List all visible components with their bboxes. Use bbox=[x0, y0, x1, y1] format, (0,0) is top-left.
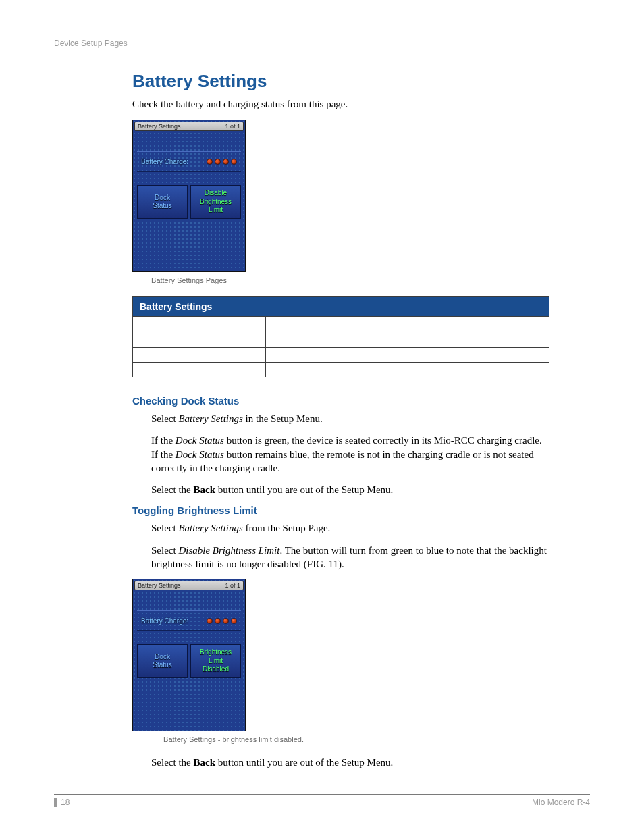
table-row bbox=[133, 317, 549, 348]
page-title: Battery Settings bbox=[132, 71, 549, 92]
device-titlebar: Battery Settings 1 of 1 bbox=[134, 581, 244, 590]
footer-tick-icon bbox=[54, 798, 57, 807]
page-footer: 18 Mio Modero R-4 bbox=[54, 794, 590, 807]
paragraph: Select the Back button until you are out… bbox=[151, 756, 549, 769]
battery-charge-row: Battery Charge: bbox=[137, 610, 241, 631]
titlebar-page: 1 of 1 bbox=[225, 582, 240, 589]
battery-charge-label: Battery Charge: bbox=[141, 617, 188, 625]
dock-status-button[interactable]: Dock Status bbox=[137, 644, 188, 678]
disable-brightness-limit-button[interactable]: Disable Brightness Limit bbox=[190, 185, 241, 219]
titlebar-page: 1 of 1 bbox=[225, 123, 240, 130]
led-icon bbox=[215, 618, 221, 624]
led-icon bbox=[207, 159, 213, 165]
figure-caption: Battery Settings Pages bbox=[132, 272, 246, 294]
led-icon bbox=[223, 618, 229, 624]
figure-battery-settings: Battery Settings 1 of 1 Battery Charge: … bbox=[132, 120, 549, 294]
paragraph: Select the Back button until you are out… bbox=[151, 483, 549, 496]
battery-leds bbox=[207, 618, 237, 624]
device-screen: Battery Settings 1 of 1 Battery Charge: … bbox=[132, 579, 246, 731]
page-number: 18 bbox=[61, 798, 70, 807]
figure-caption: Battery Settings - brightness limit disa… bbox=[132, 731, 335, 753]
battery-charge-label: Battery Charge: bbox=[141, 158, 188, 165]
paragraph: Select Disable Brightness Limit. The but… bbox=[151, 544, 549, 571]
device-screen: Battery Settings 1 of 1 Battery Charge: … bbox=[132, 120, 246, 272]
paragraph: If the Dock Status button is green, the … bbox=[151, 434, 549, 475]
led-icon bbox=[231, 159, 237, 165]
paragraph: Select Battery Settings in the Setup Men… bbox=[151, 412, 549, 425]
breadcrumb: Device Setup Pages bbox=[54, 38, 590, 48]
led-icon bbox=[231, 618, 237, 624]
device-titlebar: Battery Settings 1 of 1 bbox=[134, 122, 244, 131]
paragraph: Select Battery Settings from the Setup P… bbox=[151, 521, 549, 535]
heading-checking-dock-status: Checking Dock Status bbox=[132, 395, 549, 407]
led-icon bbox=[215, 159, 221, 165]
intro-text: Check the battery and charging status fr… bbox=[132, 99, 549, 110]
doc-title: Mio Modero R-4 bbox=[532, 798, 590, 807]
titlebar-title: Battery Settings bbox=[138, 123, 181, 130]
table-row bbox=[133, 363, 549, 377]
battery-leds bbox=[207, 159, 237, 165]
heading-toggling-brightness-limit: Toggling Brightness Limit bbox=[132, 504, 549, 516]
led-icon bbox=[207, 618, 213, 624]
led-icon bbox=[223, 159, 229, 165]
battery-settings-table: Battery Settings bbox=[132, 296, 549, 377]
brightness-limit-disabled-button[interactable]: Brightness Limit Disabled bbox=[190, 644, 241, 678]
table-row bbox=[133, 348, 549, 363]
table-header: Battery Settings bbox=[133, 297, 549, 317]
titlebar-title: Battery Settings bbox=[138, 582, 181, 589]
figure-brightness-disabled: Battery Settings 1 of 1 Battery Charge: … bbox=[132, 579, 549, 753]
dock-status-button[interactable]: Dock Status bbox=[137, 185, 188, 219]
battery-charge-row: Battery Charge: bbox=[137, 151, 241, 172]
